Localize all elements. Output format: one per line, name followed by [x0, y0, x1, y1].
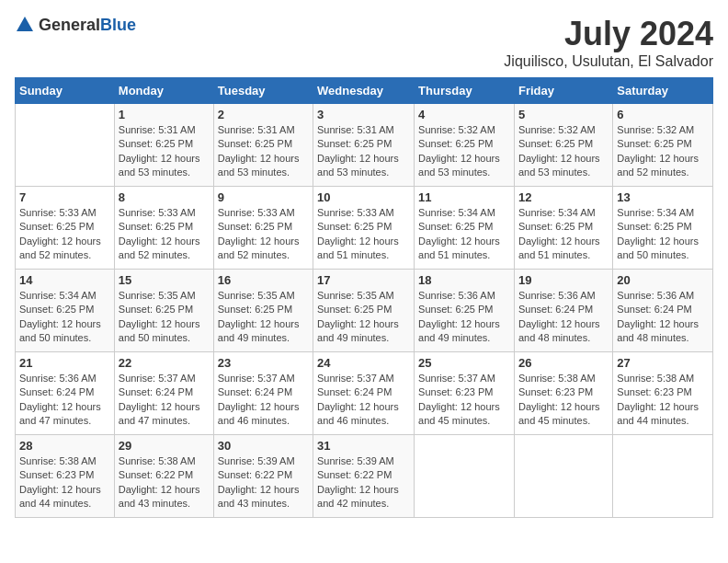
day-info: Sunrise: 5:32 AMSunset: 6:25 PMDaylight:…	[418, 123, 510, 180]
calendar-cell-w1-d7: 6Sunrise: 5:32 AMSunset: 6:25 PMDaylight…	[613, 104, 713, 187]
day-number: 27	[617, 356, 709, 370]
day-info: Sunrise: 5:34 AMSunset: 6:25 PMDaylight:…	[518, 206, 609, 263]
calendar-cell-w2-d4: 10Sunrise: 5:33 AMSunset: 6:25 PMDayligh…	[313, 187, 415, 270]
day-number: 20	[617, 273, 709, 287]
calendar-cell-w4-d2: 22Sunrise: 5:37 AMSunset: 6:24 PMDayligh…	[114, 352, 213, 435]
calendar-body: 1Sunrise: 5:31 AMSunset: 6:25 PMDaylight…	[16, 104, 713, 518]
calendar-cell-w2-d7: 13Sunrise: 5:34 AMSunset: 6:25 PMDayligh…	[613, 187, 713, 270]
day-info: Sunrise: 5:36 AMSunset: 6:25 PMDaylight:…	[418, 289, 510, 346]
calendar-cell-w5-d1: 28Sunrise: 5:38 AMSunset: 6:23 PMDayligh…	[16, 435, 115, 518]
header-wednesday: Wednesday	[313, 78, 415, 104]
calendar-cell-w4-d7: 27Sunrise: 5:38 AMSunset: 6:23 PMDayligh…	[613, 352, 713, 435]
calendar-cell-w5-d5	[415, 435, 515, 518]
calendar-cell-w5-d7	[613, 435, 713, 518]
logo-icon	[15, 15, 35, 35]
day-number: 2	[218, 108, 309, 121]
calendar-cell-w1-d1	[16, 104, 115, 187]
day-number: 13	[617, 190, 709, 204]
day-number: 24	[317, 356, 410, 370]
day-number: 17	[317, 273, 410, 287]
day-number: 16	[218, 273, 309, 287]
day-number: 21	[19, 356, 110, 370]
calendar-cell-w2-d6: 12Sunrise: 5:34 AMSunset: 6:25 PMDayligh…	[514, 187, 612, 270]
calendar-cell-w4-d6: 26Sunrise: 5:38 AMSunset: 6:23 PMDayligh…	[514, 352, 612, 435]
day-info: Sunrise: 5:37 AMSunset: 6:24 PMDaylight:…	[218, 372, 309, 429]
week-row-2: 7Sunrise: 5:33 AMSunset: 6:25 PMDaylight…	[16, 187, 713, 270]
week-row-3: 14Sunrise: 5:34 AMSunset: 6:25 PMDayligh…	[16, 270, 713, 352]
day-number: 15	[119, 273, 210, 287]
day-info: Sunrise: 5:35 AMSunset: 6:25 PMDaylight:…	[218, 289, 309, 346]
calendar-cell-w3-d4: 17Sunrise: 5:35 AMSunset: 6:25 PMDayligh…	[313, 270, 415, 352]
calendar-table: Sunday Monday Tuesday Wednesday Thursday…	[15, 77, 713, 518]
day-number: 6	[617, 108, 709, 121]
calendar-cell-w4-d1: 21Sunrise: 5:36 AMSunset: 6:24 PMDayligh…	[16, 352, 115, 435]
calendar-cell-w1-d4: 3Sunrise: 5:31 AMSunset: 6:25 PMDaylight…	[313, 104, 415, 187]
calendar-cell-w2-d5: 11Sunrise: 5:34 AMSunset: 6:25 PMDayligh…	[415, 187, 515, 270]
header-sunday: Sunday	[16, 78, 115, 104]
day-info: Sunrise: 5:34 AMSunset: 6:25 PMDaylight:…	[617, 206, 709, 263]
day-info: Sunrise: 5:31 AMSunset: 6:25 PMDaylight:…	[317, 123, 410, 180]
calendar-location: Jiquilisco, Usulutan, El Salvador	[504, 53, 713, 70]
calendar-cell-w4-d3: 23Sunrise: 5:37 AMSunset: 6:24 PMDayligh…	[213, 352, 313, 435]
calendar-cell-w3-d1: 14Sunrise: 5:34 AMSunset: 6:25 PMDayligh…	[16, 270, 115, 352]
day-info: Sunrise: 5:33 AMSunset: 6:25 PMDaylight:…	[119, 206, 210, 263]
calendar-cell-w3-d2: 15Sunrise: 5:35 AMSunset: 6:25 PMDayligh…	[114, 270, 213, 352]
day-info: Sunrise: 5:35 AMSunset: 6:25 PMDaylight:…	[317, 289, 410, 346]
day-info: Sunrise: 5:32 AMSunset: 6:25 PMDaylight:…	[518, 123, 609, 180]
day-info: Sunrise: 5:37 AMSunset: 6:24 PMDaylight:…	[119, 372, 210, 429]
calendar-cell-w4-d4: 24Sunrise: 5:37 AMSunset: 6:24 PMDayligh…	[313, 352, 415, 435]
logo: GeneralBlue	[15, 15, 136, 35]
weekday-header-row: Sunday Monday Tuesday Wednesday Thursday…	[16, 78, 713, 104]
calendar-cell-w5-d6	[514, 435, 612, 518]
day-info: Sunrise: 5:39 AMSunset: 6:22 PMDaylight:…	[317, 454, 410, 511]
calendar-cell-w1-d5: 4Sunrise: 5:32 AMSunset: 6:25 PMDaylight…	[415, 104, 515, 187]
day-info: Sunrise: 5:35 AMSunset: 6:25 PMDaylight:…	[119, 289, 210, 346]
calendar-cell-w3-d5: 18Sunrise: 5:36 AMSunset: 6:25 PMDayligh…	[415, 270, 515, 352]
calendar-cell-w2-d2: 8Sunrise: 5:33 AMSunset: 6:25 PMDaylight…	[114, 187, 213, 270]
day-number: 12	[518, 190, 609, 204]
day-info: Sunrise: 5:33 AMSunset: 6:25 PMDaylight:…	[218, 206, 309, 263]
calendar-cell-w5-d3: 30Sunrise: 5:39 AMSunset: 6:22 PMDayligh…	[213, 435, 313, 518]
day-number: 1	[119, 108, 210, 121]
day-number: 7	[19, 190, 110, 204]
day-info: Sunrise: 5:32 AMSunset: 6:25 PMDaylight:…	[617, 123, 709, 180]
logo-general: GeneralBlue	[39, 16, 136, 35]
day-info: Sunrise: 5:37 AMSunset: 6:23 PMDaylight:…	[418, 372, 510, 429]
calendar-cell-w2-d3: 9Sunrise: 5:33 AMSunset: 6:25 PMDaylight…	[213, 187, 313, 270]
day-info: Sunrise: 5:39 AMSunset: 6:22 PMDaylight:…	[218, 454, 309, 511]
day-number: 28	[19, 439, 110, 453]
header-saturday: Saturday	[613, 78, 713, 104]
day-info: Sunrise: 5:38 AMSunset: 6:22 PMDaylight:…	[119, 454, 210, 511]
day-number: 18	[418, 273, 510, 287]
calendar-title: July 2024	[504, 15, 713, 53]
calendar-cell-w2-d1: 7Sunrise: 5:33 AMSunset: 6:25 PMDaylight…	[16, 187, 115, 270]
calendar-cell-w3-d7: 20Sunrise: 5:36 AMSunset: 6:24 PMDayligh…	[613, 270, 713, 352]
header-thursday: Thursday	[415, 78, 515, 104]
week-row-4: 21Sunrise: 5:36 AMSunset: 6:24 PMDayligh…	[16, 352, 713, 435]
day-info: Sunrise: 5:38 AMSunset: 6:23 PMDaylight:…	[19, 454, 110, 511]
day-number: 9	[218, 190, 309, 204]
day-number: 8	[119, 190, 210, 204]
day-info: Sunrise: 5:31 AMSunset: 6:25 PMDaylight:…	[218, 123, 309, 180]
day-number: 19	[518, 273, 609, 287]
day-info: Sunrise: 5:38 AMSunset: 6:23 PMDaylight:…	[617, 372, 709, 429]
day-number: 30	[218, 439, 309, 453]
day-number: 25	[418, 356, 510, 370]
title-block: July 2024 Jiquilisco, Usulutan, El Salva…	[504, 15, 713, 70]
calendar-cell-w1-d3: 2Sunrise: 5:31 AMSunset: 6:25 PMDaylight…	[213, 104, 313, 187]
day-info: Sunrise: 5:34 AMSunset: 6:25 PMDaylight:…	[19, 289, 110, 346]
day-info: Sunrise: 5:37 AMSunset: 6:24 PMDaylight:…	[317, 372, 410, 429]
day-number: 26	[518, 356, 609, 370]
day-number: 5	[518, 108, 609, 121]
page-header: GeneralBlue July 2024 Jiquilisco, Usulut…	[15, 15, 713, 70]
day-number: 23	[218, 356, 309, 370]
day-number: 29	[119, 439, 210, 453]
day-info: Sunrise: 5:36 AMSunset: 6:24 PMDaylight:…	[19, 372, 110, 429]
week-row-1: 1Sunrise: 5:31 AMSunset: 6:25 PMDaylight…	[16, 104, 713, 187]
day-info: Sunrise: 5:38 AMSunset: 6:23 PMDaylight:…	[518, 372, 609, 429]
week-row-5: 28Sunrise: 5:38 AMSunset: 6:23 PMDayligh…	[16, 435, 713, 518]
calendar-cell-w5-d4: 31Sunrise: 5:39 AMSunset: 6:22 PMDayligh…	[313, 435, 415, 518]
calendar-cell-w4-d5: 25Sunrise: 5:37 AMSunset: 6:23 PMDayligh…	[415, 352, 515, 435]
day-number: 22	[119, 356, 210, 370]
day-number: 3	[317, 108, 410, 121]
